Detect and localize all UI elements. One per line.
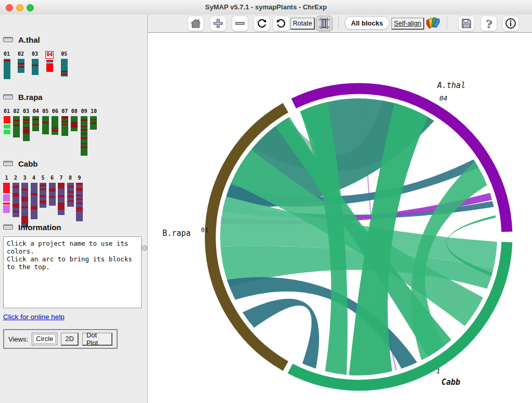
chromosome-brapa-01[interactable]: 01 bbox=[3, 108, 10, 135]
sidebar-scrollbar-thumb[interactable] bbox=[142, 245, 147, 251]
chromosome-cabb-3[interactable]: 3 bbox=[21, 175, 28, 228]
chromosome-bar[interactable] bbox=[90, 116, 97, 130]
chromosome-bar[interactable] bbox=[76, 183, 83, 221]
palette-button[interactable] bbox=[425, 16, 441, 30]
chromosome-cabb-1[interactable]: 1 bbox=[3, 175, 10, 213]
project-section-cabb: Cabb123456789 bbox=[3, 158, 144, 228]
rotate-ccw-button[interactable] bbox=[273, 16, 289, 31]
project-name[interactable]: B.rapa bbox=[18, 93, 43, 102]
chromosome-label[interactable]: 04 bbox=[32, 108, 40, 115]
collapse-project-icon[interactable] bbox=[3, 161, 13, 166]
chromosome-label[interactable]: 03 bbox=[31, 51, 39, 58]
self-align-button[interactable]: Self-align bbox=[391, 18, 424, 30]
chromosome-label[interactable]: 06 bbox=[52, 108, 59, 115]
chromosome-cabb-2[interactable]: 2 bbox=[12, 175, 19, 217]
all-blocks-button[interactable]: All blocks bbox=[345, 16, 389, 30]
info-button[interactable] bbox=[502, 16, 519, 31]
chromosome-bar[interactable] bbox=[46, 60, 53, 72]
chromosome-bar[interactable] bbox=[67, 183, 74, 207]
chromosome-brapa-03[interactable]: 03 bbox=[22, 108, 30, 141]
chromosome-bar[interactable] bbox=[49, 183, 56, 206]
chromosome-bar[interactable] bbox=[61, 116, 68, 136]
chromosome-bar[interactable] bbox=[12, 183, 19, 217]
save-button[interactable] bbox=[458, 16, 475, 31]
chromosome-label[interactable]: 6 bbox=[50, 175, 54, 182]
chromosome-brapa-04[interactable]: 04 bbox=[32, 108, 40, 131]
chromosome-label[interactable]: 09 bbox=[80, 108, 87, 115]
chromosome-label[interactable]: 07 bbox=[61, 108, 68, 115]
chromosome-bar[interactable] bbox=[71, 116, 78, 131]
chromosome-brapa-06[interactable]: 06 bbox=[52, 108, 59, 135]
chromosome-bar[interactable] bbox=[13, 116, 20, 137]
home-button[interactable] bbox=[187, 16, 204, 31]
chromosome-bar[interactable] bbox=[52, 116, 58, 135]
view-button-2d[interactable]: 2D bbox=[61, 333, 79, 346]
chromosome-bar[interactable] bbox=[23, 116, 30, 141]
chromosome-cabb-8[interactable]: 8 bbox=[67, 175, 74, 207]
chromosome-label[interactable]: 2 bbox=[14, 175, 18, 182]
project-name[interactable]: A.thal bbox=[18, 35, 40, 44]
chromosome-block bbox=[3, 203, 10, 205]
collapse-project-icon[interactable] bbox=[3, 94, 13, 99]
chromosome-athal-03[interactable]: 03 bbox=[31, 51, 39, 75]
chromosome-brapa-09[interactable]: 09 bbox=[80, 108, 87, 156]
chromosome-label[interactable]: 01 bbox=[3, 108, 10, 115]
chromosome-bar[interactable] bbox=[32, 116, 39, 131]
chromosome-block bbox=[40, 184, 46, 186]
chromosome-bar[interactable] bbox=[81, 116, 87, 156]
chromosome-label[interactable]: 08 bbox=[71, 108, 78, 115]
chromosome-bar[interactable] bbox=[21, 183, 28, 228]
rotate-button[interactable]: Rotate bbox=[290, 18, 315, 30]
chromosome-label[interactable]: 4 bbox=[32, 175, 36, 182]
chromosome-label[interactable]: 01 bbox=[3, 51, 10, 58]
zoom-out-button[interactable] bbox=[232, 16, 248, 31]
chromosome-athal-05[interactable]: 05 bbox=[60, 51, 68, 77]
online-help-link[interactable]: Click for online help bbox=[3, 313, 65, 321]
chromosome-bar[interactable] bbox=[61, 59, 68, 77]
chromosome-label[interactable]: 04 bbox=[45, 51, 54, 59]
chromosome-label[interactable]: 9 bbox=[77, 175, 81, 182]
view-button-dot-plot[interactable]: Dot Plot bbox=[82, 333, 112, 346]
help-button[interactable]: ? bbox=[480, 16, 497, 31]
chromosome-cabb-5[interactable]: 5 bbox=[40, 175, 46, 208]
chromosome-cabb-9[interactable]: 9 bbox=[76, 175, 83, 221]
chromosome-cabb-6[interactable]: 6 bbox=[49, 175, 56, 206]
chromosome-label[interactable]: 10 bbox=[90, 108, 97, 115]
chromosome-brapa-05[interactable]: 05 bbox=[42, 108, 49, 134]
chromosome-label[interactable]: 3 bbox=[22, 175, 27, 182]
two-d-view-button[interactable] bbox=[316, 16, 333, 31]
rotate-cw-button[interactable] bbox=[254, 16, 270, 31]
chromosome-label[interactable]: 05 bbox=[60, 51, 68, 58]
chromosome-label[interactable]: 02 bbox=[17, 51, 24, 58]
chromosome-brapa-02[interactable]: 02 bbox=[13, 108, 20, 137]
project-name[interactable]: Cabb bbox=[18, 159, 38, 168]
chromosome-bar[interactable] bbox=[3, 183, 10, 213]
chromosome-label[interactable]: 03 bbox=[22, 108, 30, 115]
chromosome-athal-02[interactable]: 02 bbox=[17, 51, 24, 73]
collapse-project-icon[interactable] bbox=[3, 37, 13, 42]
chromosome-label[interactable]: 05 bbox=[42, 108, 49, 115]
chromosome-bar[interactable] bbox=[18, 59, 24, 73]
view-button-circle[interactable]: Circle bbox=[32, 333, 57, 345]
chromosome-brapa-07[interactable]: 07 bbox=[61, 108, 68, 136]
chromosome-label[interactable]: 7 bbox=[59, 175, 63, 182]
chromosome-label[interactable]: 1 bbox=[4, 175, 8, 182]
chromosome-brapa-10[interactable]: 10 bbox=[90, 108, 97, 130]
chromosome-bar[interactable] bbox=[32, 59, 39, 75]
chromosome-athal-04[interactable]: 04 bbox=[45, 51, 54, 72]
chromosome-cabb-4[interactable]: 4 bbox=[31, 175, 37, 219]
chromosome-bar[interactable] bbox=[31, 183, 37, 219]
zoom-in-button[interactable] bbox=[210, 16, 226, 31]
chromosome-label[interactable]: 8 bbox=[68, 175, 72, 182]
chromosome-bar[interactable] bbox=[58, 183, 65, 215]
chromosome-brapa-08[interactable]: 08 bbox=[71, 108, 78, 131]
chromosome-bar[interactable] bbox=[4, 59, 10, 79]
chromosome-cabb-7[interactable]: 7 bbox=[58, 175, 65, 215]
chromosome-bar[interactable] bbox=[42, 116, 49, 134]
chromosome-athal-01[interactable]: 01 bbox=[3, 51, 10, 79]
collapse-information-icon[interactable] bbox=[3, 224, 13, 230]
chromosome-label[interactable]: 5 bbox=[41, 175, 45, 182]
chromosome-bar[interactable] bbox=[40, 183, 46, 208]
chromosome-bar[interactable] bbox=[4, 116, 10, 135]
chromosome-label[interactable]: 02 bbox=[13, 108, 20, 115]
